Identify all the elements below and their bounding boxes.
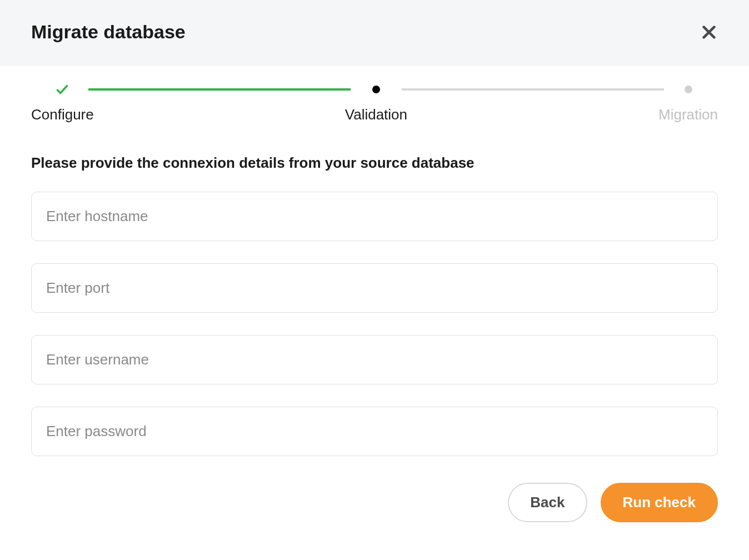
step-label: Configure xyxy=(31,106,94,123)
check-icon xyxy=(54,82,70,97)
step-configure: Configure xyxy=(31,82,94,123)
username-input[interactable] xyxy=(31,335,718,384)
password-input[interactable] xyxy=(31,407,718,456)
port-input[interactable] xyxy=(31,263,718,313)
step-validation: Validation xyxy=(345,82,407,123)
modal-title: Migrate database xyxy=(31,21,186,43)
pending-step-dot xyxy=(681,82,696,97)
form-actions: Back Run check xyxy=(0,478,749,549)
step-label: Validation xyxy=(345,106,407,123)
current-step-dot xyxy=(368,82,384,97)
back-button[interactable]: Back xyxy=(508,483,587,522)
connection-form: Please provide the connexion details fro… xyxy=(0,154,749,478)
hostname-input[interactable] xyxy=(31,192,718,241)
migrate-database-modal: Migrate database Configure xyxy=(0,0,749,549)
progress-stepper: Configure Validation Migration xyxy=(0,66,749,123)
form-instruction: Please provide the connexion details fro… xyxy=(31,154,718,172)
modal-header: Migrate database xyxy=(0,0,749,66)
run-check-button[interactable]: Run check xyxy=(601,483,718,522)
step-migration: Migration xyxy=(658,82,718,123)
step-connector xyxy=(402,88,664,91)
step-connector xyxy=(88,88,351,91)
step-label: Migration xyxy=(658,106,718,123)
close-button[interactable] xyxy=(700,23,718,41)
close-icon xyxy=(700,23,718,41)
